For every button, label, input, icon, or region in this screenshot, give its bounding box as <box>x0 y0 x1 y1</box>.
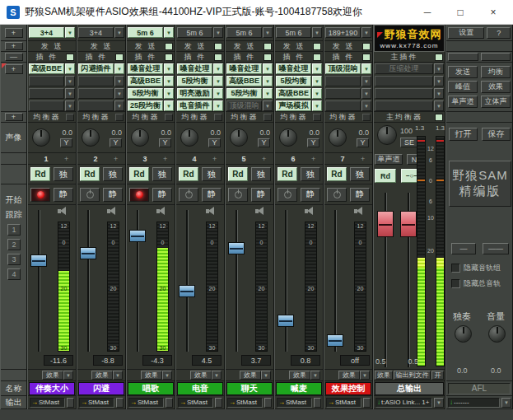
right-panel-button-均衡[interactable]: 均衡 <box>481 66 511 78</box>
plugin-dropdown-icon[interactable]: ▼ <box>312 88 322 99</box>
plugin-dropdown-icon[interactable]: ▼ <box>263 63 273 74</box>
plugin-slot-select[interactable]: 5段均衡 <box>276 76 311 86</box>
open-button[interactable]: 打开 <box>449 128 478 141</box>
record-arm-button[interactable]: Rd <box>80 167 100 181</box>
channel-route-select[interactable]: 5m 6 <box>177 27 212 38</box>
send-indicator[interactable] <box>165 43 173 50</box>
send-row-label[interactable]: 发 送 <box>275 41 313 52</box>
plugin-dropdown-icon[interactable]: ▼ <box>114 63 124 74</box>
channel-add-icon[interactable]: + <box>163 155 175 163</box>
record-lit-button[interactable] <box>129 188 149 202</box>
plugin-indicator[interactable] <box>66 54 74 61</box>
plugin-dropdown-icon[interactable]: ▼ <box>164 88 174 99</box>
eq-row-label[interactable]: 均衡器 <box>176 112 214 123</box>
plugin-indicator[interactable] <box>115 54 124 61</box>
channel-fx-button[interactable]: 效果 <box>42 371 63 380</box>
send-indicator[interactable] <box>214 43 222 50</box>
master-plugin-dropdown-icon[interactable]: ▼ <box>434 76 444 86</box>
right-panel-button-立体声[interactable]: 立体声 <box>481 96 511 108</box>
volume-fader-track[interactable] <box>334 210 337 352</box>
solo-button[interactable]: 独 <box>301 167 320 181</box>
add-track-button[interactable]: + <box>5 28 23 38</box>
solo-button[interactable]: 独 <box>152 167 172 181</box>
speaker-icon[interactable] <box>57 206 68 216</box>
eq-indicator[interactable] <box>115 114 124 121</box>
route-dropdown-icon[interactable]: ▼ <box>164 27 174 38</box>
plugin-dropdown-icon[interactable]: ▼ <box>361 88 371 99</box>
send-row-label[interactable]: 发 送 <box>176 41 214 52</box>
channel-route-select[interactable]: 3+4 <box>29 27 64 38</box>
plugin-dropdown-icon[interactable]: ▼ <box>263 100 273 111</box>
hide-track-group-checkbox[interactable] <box>451 264 460 273</box>
plugin-row-label[interactable]: 插 件 <box>28 52 66 63</box>
minimize-button[interactable]: ─ <box>411 1 444 24</box>
plugin-slot-select[interactable] <box>29 100 64 111</box>
channel-fx-button[interactable]: 效果 <box>289 371 310 380</box>
channel-route-select[interactable]: 189+190 <box>325 27 361 38</box>
pan-knob[interactable] <box>82 128 100 147</box>
volume-fader-track[interactable] <box>87 210 90 352</box>
power-button[interactable] <box>277 188 297 202</box>
send-indicator[interactable] <box>362 43 371 50</box>
plugin-dropdown-icon[interactable]: ▼ <box>65 63 75 74</box>
solo-knob[interactable] <box>455 325 472 343</box>
master-plugin-select[interactable] <box>375 100 433 111</box>
plugin-slot-select[interactable] <box>29 88 64 99</box>
eq-indicator[interactable] <box>263 114 272 121</box>
add-eq-button[interactable]: + <box>5 113 23 121</box>
plugin-dropdown-icon[interactable]: ▼ <box>312 76 322 86</box>
route-dropdown-icon[interactable]: ▼ <box>65 27 75 38</box>
volume-fader-track[interactable] <box>38 210 40 352</box>
pan-y-button[interactable]: Y <box>357 138 369 147</box>
route-dropdown-icon[interactable]: ▼ <box>312 27 322 38</box>
plugin-dropdown-icon[interactable]: ▼ <box>164 63 174 74</box>
plugin-slot-select[interactable]: 高级BBE <box>276 88 311 99</box>
volume-fader-handle[interactable] <box>179 285 195 297</box>
plugin-slot-select[interactable]: 顶级混响 <box>226 100 262 111</box>
channel-route-select[interactable]: 3+4 <box>78 27 114 38</box>
mute-button[interactable]: 静 <box>152 188 172 202</box>
power-button[interactable] <box>80 188 100 202</box>
plugin-slot-select[interactable]: 顶级混响 <box>325 63 361 74</box>
channel-route-select[interactable]: 5m 6 <box>276 27 311 38</box>
main-eq-indicator[interactable] <box>435 114 443 121</box>
channel-fx-button[interactable]: 效果 <box>91 371 113 380</box>
route-dropdown-icon[interactable]: ▼ <box>213 27 223 38</box>
plugin-dropdown-icon[interactable]: ▼ <box>213 63 223 74</box>
pan-knob[interactable] <box>32 128 50 147</box>
record-lit-button[interactable] <box>30 188 50 202</box>
fx-dropdown-icon[interactable]: ▼ <box>261 371 271 380</box>
output-extra-button[interactable] <box>166 398 173 408</box>
output-extra-button[interactable] <box>215 398 222 408</box>
fx-dropdown-icon[interactable]: ▼ <box>63 371 73 380</box>
volume-fader-handle[interactable] <box>228 242 245 254</box>
pan-knob[interactable] <box>279 128 297 147</box>
plugin-slot-select[interactable]: 5段均衡 <box>226 88 262 99</box>
plugin-slot-select[interactable]: 嗓音处理 <box>276 63 311 74</box>
plugin-slot-select[interactable] <box>29 76 64 86</box>
record-arm-button[interactable]: Rd <box>30 167 50 181</box>
plugin-slot-select[interactable]: 明亮激励 <box>177 88 212 99</box>
solo-button[interactable]: 独 <box>350 167 370 181</box>
speaker-icon[interactable] <box>156 206 167 216</box>
plugin-dropdown-icon[interactable]: ▼ <box>213 88 223 99</box>
plugin-indicator[interactable] <box>165 54 173 61</box>
plugin-row-label[interactable]: 插 件 <box>127 52 165 63</box>
channel-output-select[interactable]: →StMast <box>30 398 65 408</box>
pan-knob[interactable] <box>329 128 347 147</box>
dash-button-large[interactable]: —— <box>483 243 509 254</box>
channel-fx-button[interactable]: 效果 <box>190 371 212 380</box>
plugin-row-label[interactable]: 插 件 <box>226 52 263 63</box>
volume-fader-handle[interactable] <box>277 315 294 327</box>
record-arm-button[interactable]: Rd <box>179 167 198 181</box>
fx-dropdown-icon[interactable]: ▼ <box>162 371 172 380</box>
volume-fader-track[interactable] <box>285 210 287 352</box>
mute-button[interactable]: 静 <box>103 188 123 202</box>
master-fader-handle-right[interactable] <box>400 211 417 237</box>
plugin-slot-select[interactable] <box>78 100 114 111</box>
plugin-indicator[interactable] <box>214 54 222 61</box>
master-plugin-select[interactable]: 压缩处理 <box>375 63 433 74</box>
channel-add-icon[interactable]: + <box>361 155 372 163</box>
channel-fx-button[interactable]: 效果 <box>240 371 261 380</box>
volume-fader-handle[interactable] <box>80 247 96 259</box>
